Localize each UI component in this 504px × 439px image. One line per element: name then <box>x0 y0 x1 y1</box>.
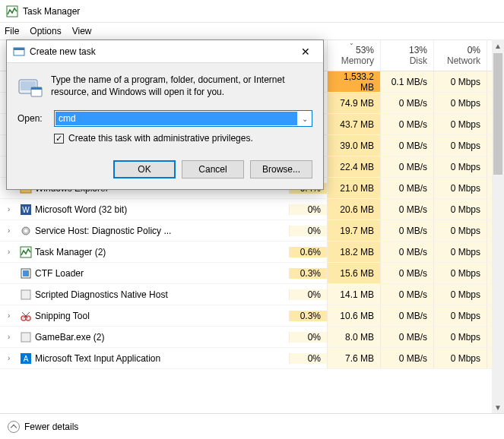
dialog-close-button[interactable]: ✕ <box>294 46 317 58</box>
create-new-task-dialog: Create new task ✕ Type the name of a pro… <box>6 39 324 190</box>
footer: Fewer details <box>0 413 504 439</box>
process-name-cell: ›Service Host: Diagnostic Policy ...0% <box>0 225 327 237</box>
gear-icon <box>20 225 32 237</box>
process-name-cell: ›GameBar.exe (2)0% <box>0 331 327 343</box>
memory-cell: 43.7 MB <box>327 114 380 134</box>
expander-icon[interactable]: › <box>8 205 17 213</box>
disk-cell: 0 MB/s <box>380 284 433 305</box>
table-row[interactable]: ›Service Host: Diagnostic Policy ...0%19… <box>0 220 504 242</box>
text-icon: A <box>20 352 32 365</box>
menu-options[interactable]: Options <box>30 26 61 36</box>
browse-button[interactable]: Browse... <box>250 160 312 178</box>
network-cell: 0 Mbps <box>433 263 487 283</box>
dialog-description: Type the name of a program, folder, docu… <box>51 74 312 99</box>
menu-view[interactable]: View <box>72 26 92 36</box>
table-row[interactable]: ›Snipping Tool0.3%10.6 MB0 MB/s0 MbpsV <box>0 305 504 327</box>
table-row[interactable]: ›Task Manager (2)0.6%18.2 MB0 MB/s0 Mbps… <box>0 242 504 263</box>
fewer-details-link[interactable]: Fewer details <box>24 422 78 432</box>
dialog-title: Create new task <box>30 46 294 57</box>
table-row[interactable]: ›WMicrosoft Word (32 bit)0%20.6 MB0 MB/s… <box>0 199 504 220</box>
process-name: Scripted Diagnostics Native Host <box>35 289 168 300</box>
menu-file[interactable]: File <box>5 26 19 36</box>
disk-cell: 0 MB/s <box>380 305 433 326</box>
column-disk-pct: 13% <box>381 45 427 55</box>
menubar: File Options View <box>0 23 504 39</box>
memory-cell: 1,533.2 MB <box>327 71 380 92</box>
memory-cell: 7.6 MB <box>327 348 380 368</box>
memory-cell: 14.1 MB <box>327 284 380 305</box>
svg-rect-18 <box>14 48 24 50</box>
disk-cell: 0 MB/s <box>380 199 433 220</box>
disk-cell: 0.1 MB/s <box>380 71 433 92</box>
memory-cell: 19.7 MB <box>327 220 380 241</box>
scroll-down-icon[interactable]: ▼ <box>492 401 504 413</box>
network-cell: 0 Mbps <box>433 93 487 113</box>
disk-cell: 0 MB/s <box>380 178 433 198</box>
table-row[interactable]: CTF Loader0.3%15.6 MB0 MB/s0 MbpsV <box>0 263 504 284</box>
disk-cell: 0 MB/s <box>380 263 433 283</box>
cpu-cell: 0.3% <box>289 268 327 279</box>
run-dialog-icon <box>13 46 25 58</box>
process-name-cell: CTF Loader0.3% <box>0 267 327 280</box>
column-network-label: Network <box>434 55 480 66</box>
process-name: CTF Loader <box>35 268 84 279</box>
process-name-cell: ›WMicrosoft Word (32 bit)0% <box>0 204 327 216</box>
process-name: Task Manager (2) <box>35 247 106 257</box>
memory-cell: 21.0 MB <box>327 178 380 198</box>
column-memory[interactable]: ⌄ 53% Memory <box>327 40 380 71</box>
svg-text:A: A <box>24 355 29 363</box>
fewer-details-icon[interactable] <box>8 421 20 433</box>
cpu-cell: 0.3% <box>289 311 327 321</box>
disk-cell: 0 MB/s <box>380 114 433 134</box>
network-cell: 0 Mbps <box>433 242 487 262</box>
vertical-scrollbar[interactable]: ▲ ▼ <box>492 39 504 413</box>
table-row[interactable]: ›GameBar.exe (2)0%8.0 MB0 MB/s0 MbpsV <box>0 327 504 348</box>
memory-cell: 15.6 MB <box>327 263 380 283</box>
network-cell: 0 Mbps <box>433 220 487 241</box>
cancel-button[interactable]: Cancel <box>182 160 244 178</box>
scroll-thumb[interactable] <box>493 53 502 175</box>
window-title: Task Manager <box>23 6 80 17</box>
admin-checkbox-label: Create this task with administrative pri… <box>68 133 253 144</box>
cpu-cell: 0% <box>289 204 327 215</box>
admin-checkbox[interactable]: ✓ <box>54 134 64 144</box>
chevron-down-icon[interactable]: ⌄ <box>298 115 312 123</box>
column-disk[interactable]: 13% Disk <box>380 40 433 71</box>
open-combobox[interactable]: ⌄ <box>54 110 312 127</box>
network-cell: 0 Mbps <box>433 156 487 177</box>
ok-button-label: OK <box>138 164 151 175</box>
ok-button[interactable]: OK <box>113 160 176 178</box>
expander-icon[interactable]: › <box>8 226 17 235</box>
taskmanager-icon <box>6 5 18 17</box>
process-name: Microsoft Word (32 bit) <box>35 204 127 215</box>
column-memory-label: Memory <box>328 55 374 66</box>
expander-icon[interactable]: › <box>8 311 17 320</box>
tm-icon <box>20 246 32 258</box>
network-cell: 0 Mbps <box>433 114 487 134</box>
memory-cell: 20.6 MB <box>327 199 380 220</box>
expander-icon[interactable]: › <box>8 333 17 341</box>
network-cell: 0 Mbps <box>433 348 487 368</box>
expander-icon[interactable]: › <box>8 354 17 362</box>
column-network[interactable]: 0% Network <box>433 40 487 71</box>
ctf-icon <box>20 267 32 280</box>
network-cell: 0 Mbps <box>433 327 487 347</box>
disk-cell: 0 MB/s <box>380 348 433 368</box>
open-input[interactable] <box>55 112 297 125</box>
expander-icon[interactable]: › <box>8 248 17 256</box>
process-name: Snipping Tool <box>35 311 90 321</box>
process-name: Service Host: Diagnostic Policy ... <box>35 226 171 236</box>
table-row[interactable]: ›AMicrosoft Text Input Application0%7.6 … <box>0 348 504 369</box>
scroll-up-icon[interactable]: ▲ <box>492 39 504 52</box>
cpu-cell: 0% <box>289 332 327 343</box>
process-name-cell: Scripted Diagnostics Native Host0% <box>0 289 327 301</box>
snip-icon <box>20 310 32 322</box>
memory-cell: 8.0 MB <box>327 327 380 347</box>
open-label: Open: <box>17 113 46 124</box>
table-row[interactable]: Scripted Diagnostics Native Host0%14.1 M… <box>0 284 504 305</box>
run-program-icon <box>17 74 43 99</box>
process-name-cell: ›Snipping Tool0.3% <box>0 310 327 322</box>
svg-rect-7 <box>21 247 31 257</box>
disk-cell: 0 MB/s <box>380 220 433 241</box>
memory-cell: 74.9 MB <box>327 93 380 113</box>
